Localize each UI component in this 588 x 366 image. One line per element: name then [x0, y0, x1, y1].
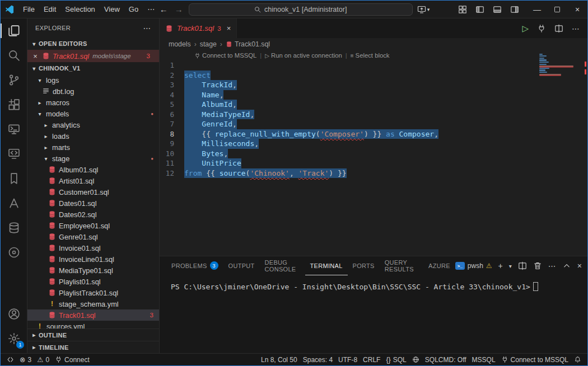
command-center-search[interactable]: chinook_v1 [Administrator] — [189, 3, 413, 16]
file-dates02-sql[interactable]: Dates02.sql — [27, 209, 159, 220]
mssql-connect-status[interactable]: Connect — [52, 354, 92, 365]
close-panel-button[interactable]: × — [577, 261, 582, 270]
activity-azure-button[interactable] — [1, 191, 27, 215]
folder-analytics[interactable]: ▸analytics — [27, 119, 159, 130]
editor-more-actions-button[interactable]: ⋯ — [572, 24, 580, 33]
codelens-select-block[interactable]: ≡Select block — [351, 52, 390, 59]
file-invoiceline01-sql[interactable]: InvoiceLine01.sql — [27, 254, 159, 265]
terminal[interactable]: PS C:\Users\jminer\OneDrive - Insight\De… — [160, 275, 587, 353]
codelens-run-on-active-connection[interactable]: ▷Run on active connection — [265, 52, 342, 59]
menu-go[interactable]: Go — [124, 3, 143, 16]
file-sources-yml[interactable]: !sources.yml — [27, 321, 159, 329]
activity-explorer-button[interactable] — [1, 18, 27, 43]
section-workspace-root[interactable]: ▾ CHINOOK_V1 — [27, 62, 159, 74]
menu-edit[interactable]: Edit — [39, 3, 60, 16]
file-customer01-sql[interactable]: Customer01.sql — [27, 186, 159, 198]
file-dbt-log[interactable]: dbt.log — [27, 86, 159, 97]
terminal-dropdown-icon[interactable]: ▾ — [509, 263, 512, 269]
panel-tab-output[interactable]: OUTPUT — [223, 256, 260, 275]
activity-accounts-button[interactable] — [1, 302, 27, 326]
code-line[interactable]: 8 {{ replace_null_with_empty('Composer')… — [160, 129, 587, 139]
codelens-connect-to-mssql[interactable]: Connect to MSSQL — [194, 52, 256, 59]
panel-tab-debug-console[interactable]: DEBUG CONSOLE — [260, 256, 305, 275]
run-query-button[interactable]: ▷ — [522, 24, 529, 34]
code-line[interactable]: 7 GenreId, — [160, 119, 587, 129]
indentation-status[interactable]: Spaces: 4 — [300, 354, 335, 365]
code-line[interactable]: 4 Name, — [160, 90, 587, 100]
activity-database-projects-button[interactable] — [1, 166, 27, 191]
menu-selection[interactable]: Selection — [60, 3, 99, 16]
activity-remote-explorer-button[interactable] — [1, 142, 27, 166]
activity-extensions-button[interactable] — [1, 92, 27, 117]
new-terminal-button[interactable]: + — [498, 261, 503, 270]
section-open-editors[interactable]: ▾ OPEN EDITORS — [27, 37, 159, 50]
activity-settings-button[interactable]: 1 — [1, 326, 27, 351]
file-employee01-sql[interactable]: Employee01.sql — [27, 220, 159, 231]
activity-mssql-button[interactable] — [1, 117, 27, 142]
folder-marts[interactable]: ▸marts — [27, 142, 159, 153]
code-line[interactable]: 12from {{ source('Chinook', 'Track') }} — [160, 168, 587, 179]
problems-errors-status[interactable]: ⊗3 — [17, 354, 34, 365]
cursor-position-status[interactable]: Ln 8, Col 50 — [258, 354, 300, 365]
activity-source-control-button[interactable] — [1, 68, 27, 92]
kill-terminal-button[interactable] — [533, 261, 542, 270]
code-line[interactable]: 10 Bytes, — [160, 149, 587, 159]
encoding-status[interactable]: UTF-8 — [335, 354, 360, 365]
editor-body[interactable]: Connect to MSSQL|▷Run on active connecti… — [160, 50, 587, 256]
split-terminal-button[interactable] — [518, 261, 527, 270]
forward-button[interactable]: → — [174, 4, 184, 14]
menu-file[interactable]: File — [18, 3, 39, 16]
problems-warnings-status[interactable]: ⚠0 — [34, 354, 52, 365]
close-tab-icon[interactable]: × — [227, 24, 231, 32]
notifications-status[interactable] — [571, 354, 584, 365]
folder-loads[interactable]: ▸loads — [27, 130, 159, 142]
code-line[interactable]: 6 MediaTypeId, — [160, 110, 587, 120]
back-button[interactable]: ← — [158, 4, 169, 14]
code-line[interactable]: 1 — [160, 60, 587, 71]
file-dates01-sql[interactable]: Dates01.sql — [27, 198, 159, 209]
panel-tab-ports[interactable]: PORTS — [348, 256, 380, 275]
file-track01-sql[interactable]: Track01.sql3 — [27, 309, 159, 321]
maximize-button[interactable] — [547, 1, 567, 18]
code-line[interactable]: 5 AlbumId, — [160, 100, 587, 110]
folder-macros[interactable]: ▸macros — [27, 97, 159, 108]
file-invoice01-sql[interactable]: Invoice01.sql — [27, 242, 159, 254]
panel-tab-query-results[interactable]: QUERY RESULTS — [380, 256, 423, 275]
menu-more[interactable]: ⋯ — [143, 3, 159, 16]
panel-tab-azure[interactable]: AZURE — [423, 256, 455, 275]
file-playlisttrack01-sql[interactable]: PlaylistTrack01.sql — [27, 287, 159, 298]
file-stage-schema-yml[interactable]: !stage_schema.yml — [27, 298, 159, 309]
split-editor-button[interactable] — [554, 24, 563, 33]
toggle-sidebar-icon[interactable] — [475, 5, 484, 14]
close-button[interactable]: × — [567, 1, 587, 18]
file-mediatype01-sql[interactable]: MediaType01.sql — [27, 265, 159, 276]
customize-layout-icon[interactable] — [458, 5, 467, 14]
file-genre01-sql[interactable]: Genre01.sql — [27, 231, 159, 242]
sqlcmd-toggle-button[interactable] — [537, 24, 546, 33]
activity-dbt-power-user-button[interactable] — [1, 240, 27, 265]
explorer-more-actions[interactable]: ⋯ — [143, 24, 151, 32]
breadcrumb-track01-sql[interactable]: Track01.sql — [226, 40, 270, 48]
code-line[interactable]: 9 Milliseconds, — [160, 139, 587, 149]
file-album01-sql[interactable]: Album01.sql — [27, 164, 159, 175]
code-line[interactable]: 3 TrackId, — [160, 80, 587, 90]
mssql-provider-status[interactable]: MSSQL — [469, 354, 498, 365]
live-preview-status[interactable] — [409, 354, 422, 365]
breadcrumb-models[interactable]: models — [169, 40, 191, 48]
minimap[interactable] — [539, 51, 580, 76]
terminal-shell-selector[interactable]: >_ pwsh ⚠ — [455, 262, 492, 270]
section-outline[interactable]: ▸ OUTLINE — [27, 329, 159, 341]
menu-view[interactable]: View — [100, 3, 124, 16]
file-playlist01-sql[interactable]: Playlist01.sql — [27, 276, 159, 287]
sqlcmd-status[interactable]: SQLCMD: Off — [422, 354, 469, 365]
mssql-connection-status[interactable]: Connect to MSSQL — [498, 354, 571, 365]
panel-more-actions-button[interactable]: ⋯ — [548, 261, 556, 270]
code-line[interactable]: 2select — [160, 71, 587, 81]
section-timeline[interactable]: ▸ TIMELINE — [27, 341, 159, 353]
panel-tab-terminal[interactable]: TERMINAL — [305, 256, 348, 275]
minimize-button[interactable]: — — [527, 1, 547, 18]
eol-status[interactable]: CRLF — [360, 354, 383, 365]
folder-logs[interactable]: ▾logs — [27, 74, 159, 86]
file-artist01-sql[interactable]: Artist01.sql — [27, 175, 159, 186]
activity-search-button[interactable] — [1, 43, 27, 68]
